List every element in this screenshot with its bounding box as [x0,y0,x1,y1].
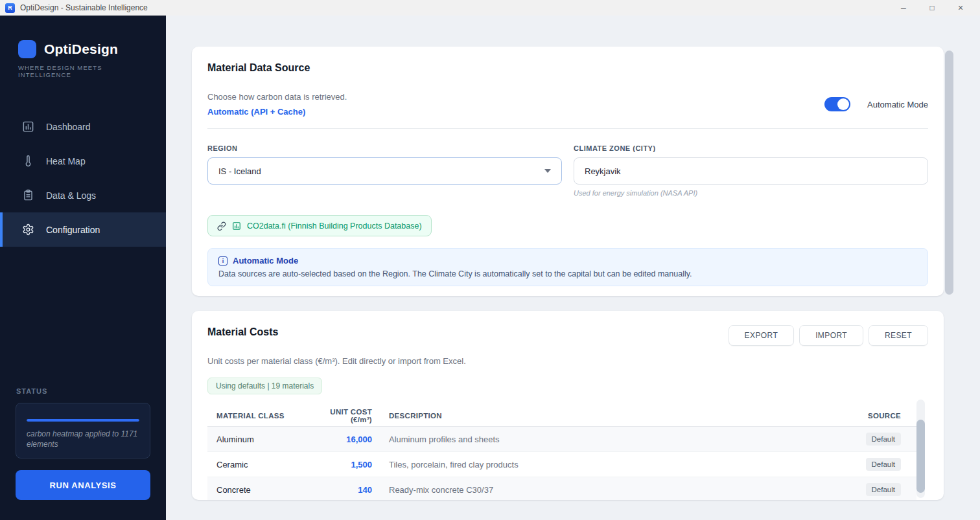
info-box-title: Automatic Mode [233,256,298,266]
info-icon: i [218,256,228,266]
climate-helper-text: Used for energy simulation (NASA API) [574,189,928,197]
material-costs-table: MATERIAL CLASS UNIT COST (€/m³) DESCRIPT… [207,405,916,500]
run-analysis-button[interactable]: RUN ANALYSIS [16,470,150,500]
region-label: REGION [207,144,562,152]
table-header-row: MATERIAL CLASS UNIT COST (€/m³) DESCRIPT… [207,405,916,427]
column-header-material: MATERIAL CLASS [216,412,307,420]
table-row: Aluminum 16,000 Aluminum profiles and sh… [207,427,916,452]
sidebar-item-data-logs[interactable]: Data & Logs [0,178,166,212]
app-tagline: WHERE DESIGN MEETS INTELLIGENCE [18,64,148,78]
window-titlebar: R OptiDesign - Sustainable Intelligence … [0,0,980,16]
description-cell: Tiles, porcelain, fired clay products [372,460,823,469]
sidebar-item-label: Data & Logs [46,190,96,201]
data-source-mode-value: Automatic (API + Cache) [207,107,347,117]
import-button[interactable]: IMPORT [799,325,863,346]
data-source-title: Material Data Source [207,62,928,74]
export-button[interactable]: EXPORT [729,325,795,346]
material-costs-title: Material Costs [207,326,278,338]
source-badge: Default [866,458,901,471]
maximize-button[interactable]: □ [918,0,946,16]
source-badge: Default [866,433,901,446]
column-header-description: DESCRIPTION [372,412,823,420]
region-select[interactable]: IS - Iceland [207,157,562,185]
status-box: carbon heatmap applied to 1171 elements [16,403,150,458]
app-icon-letter: R [8,5,12,11]
sidebar-item-configuration[interactable]: Configuration [0,212,166,247]
database-chart-icon [232,221,241,231]
sidebar: OptiDesign WHERE DESIGN MEETS INTELLIGEN… [0,16,166,520]
app-name: OptiDesign [44,41,118,57]
chevron-down-icon [544,169,551,173]
automatic-mode-info-box: i Automatic Mode Data sources are auto-s… [207,248,928,286]
column-header-source: SOURCE [823,412,901,420]
window-title: OptiDesign - Sustainable Intelligence [20,3,148,12]
material-cell: Aluminum [216,435,307,444]
automatic-mode-toggle[interactable] [824,97,850,111]
data-source-badge: CO2data.fi (Finnish Building Products Da… [207,215,432,236]
link-icon [217,221,226,231]
info-box-body: Data sources are auto-selected based on … [218,269,917,278]
unit-cost-cell[interactable]: 140 [307,485,372,495]
material-cell: Concrete [216,485,307,495]
status-message: carbon heatmap applied to 1171 elements [27,429,139,449]
sidebar-item-label: Configuration [46,225,100,235]
table-scrollbar-thumb[interactable] [916,420,925,493]
main-content: Material Data Source Choose how carbon d… [166,16,980,520]
bar-chart-icon [22,120,34,133]
app-icon: R [5,3,15,13]
sidebar-item-dashboard[interactable]: Dashboard [0,109,166,144]
progress-bar [27,419,139,422]
thermometer-icon [22,155,34,167]
toggle-knob [837,98,849,110]
sidebar-item-heat-map[interactable]: Heat Map [0,144,166,178]
table-row: Ceramic 1,500 Tiles, porcelain, fired cl… [207,452,916,477]
defaults-badge: Using defaults | 19 materials [207,378,322,394]
sidebar-nav: Dashboard Heat Map Data & Logs Configura… [0,109,166,247]
data-source-description: Choose how carbon data is retrieved. [207,92,347,102]
climate-zone-label: CLIMATE ZONE (CITY) [574,144,928,152]
table-row: Concrete 140 Ready-mix concrete C30/37 D… [207,477,916,500]
data-source-badge-text: CO2data.fi (Finnish Building Products Da… [247,221,422,231]
material-costs-card: Material Costs EXPORT IMPORT RESET Unit … [192,311,944,500]
status-label: STATUS [16,387,47,395]
sidebar-item-label: Dashboard [46,122,91,132]
logo-block: OptiDesign WHERE DESIGN MEETS INTELLIGEN… [0,16,166,78]
material-data-source-card: Material Data Source Choose how carbon d… [192,47,944,296]
description-cell: Ready-mix concrete C30/37 [372,485,823,495]
unit-cost-cell[interactable]: 16,000 [307,435,372,444]
region-select-value: IS - Iceland [218,166,261,176]
window-controls: – □ × [889,0,975,16]
clipboard-icon [22,189,34,201]
progress-fill [27,419,139,422]
main-scrollbar[interactable] [945,51,953,295]
logo-icon [18,40,36,58]
material-cell: Ceramic [216,460,307,469]
divider [207,128,928,129]
close-button[interactable]: × [946,0,975,16]
sidebar-item-label: Heat Map [46,156,86,166]
material-costs-subtitle: Unit costs per material class (€/m³). Ed… [207,356,928,366]
source-badge: Default [866,483,901,496]
reset-button[interactable]: RESET [869,325,928,346]
description-cell: Aluminum profiles and sheets [372,435,823,444]
table-scrollbar[interactable] [916,400,925,498]
climate-city-input[interactable] [574,157,928,185]
column-header-unit-cost: UNIT COST (€/m³) [307,408,372,424]
automatic-mode-toggle-label: Automatic Mode [867,100,928,109]
minimize-button[interactable]: – [889,0,918,16]
unit-cost-cell[interactable]: 1,500 [307,460,372,469]
gear-icon [22,223,34,236]
